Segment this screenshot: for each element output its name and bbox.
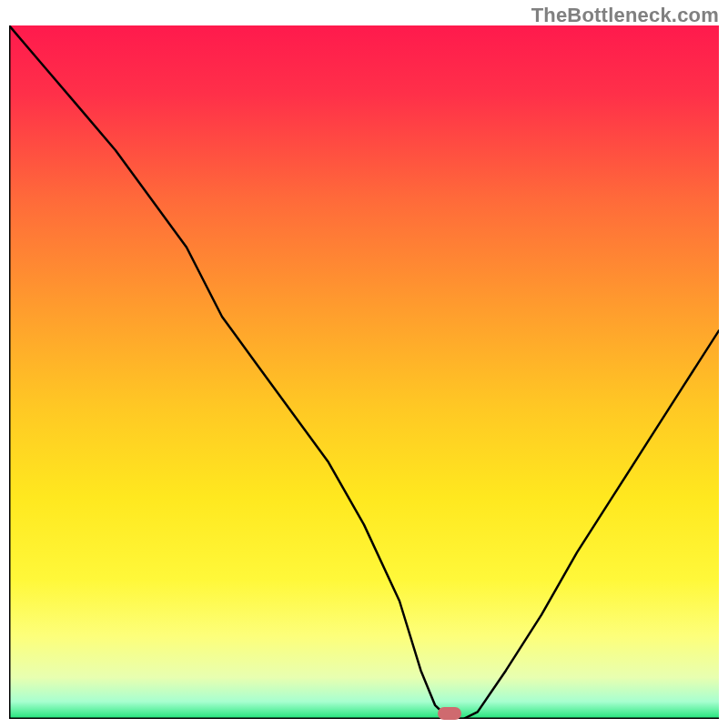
chart-plot-area: [9, 25, 719, 719]
chart-svg: [9, 25, 719, 719]
optimal-marker: [438, 707, 461, 720]
chart-background-gradient: [9, 25, 719, 719]
attribution-text: TheBottleneck.com: [531, 4, 719, 27]
